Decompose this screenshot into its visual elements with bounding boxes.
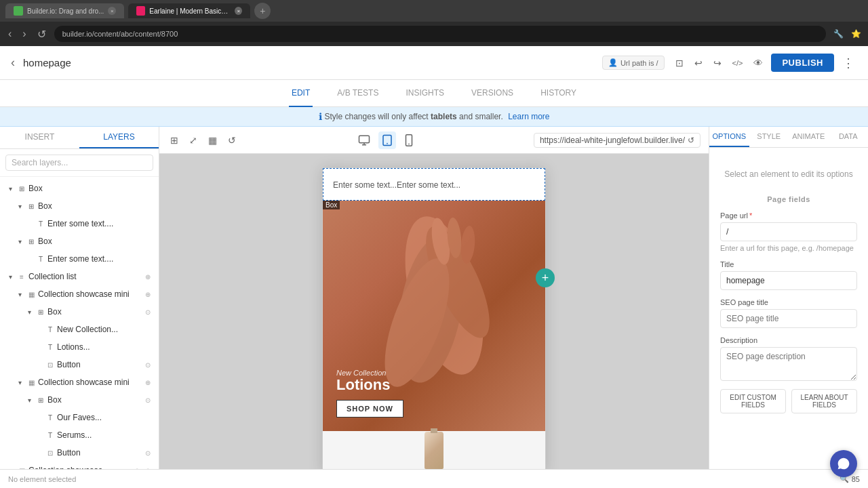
code-view-button[interactable]: </> bbox=[730, 56, 746, 70]
tab-data[interactable]: DATA bbox=[829, 127, 869, 147]
toggle-box-4[interactable]: ▾ bbox=[24, 307, 34, 317]
layer-box-4[interactable]: ▾ ⊞ Box ⊙ bbox=[0, 303, 159, 321]
edit-custom-fields-button[interactable]: EDIT CUSTOM FIELDS bbox=[720, 389, 786, 413]
showcase-grid[interactable]: ⊕ bbox=[142, 465, 153, 469]
box4-settings[interactable]: ⊙ bbox=[142, 306, 153, 317]
layer-text-4[interactable]: ▾ T Lotions... bbox=[0, 338, 159, 356]
learn-about-fields-button[interactable]: LEARN ABOUT FIELDS bbox=[791, 389, 857, 413]
tab-ab-tests[interactable]: A/B TESTS bbox=[334, 80, 381, 107]
box5-settings[interactable]: ⊙ bbox=[142, 394, 153, 405]
box-icon-4: ⊞ bbox=[35, 306, 46, 317]
mini1-settings[interactable]: ⊕ bbox=[142, 289, 153, 300]
toggle-box-5[interactable]: ▾ bbox=[24, 395, 34, 405]
layer-name-collection-mini-1: Collection showcase mini bbox=[38, 289, 142, 299]
tab-options[interactable]: OPTIONS bbox=[709, 127, 749, 147]
desktop-view-button[interactable] bbox=[355, 131, 373, 149]
browser-forward-button[interactable]: › bbox=[20, 26, 28, 41]
toggle-collection-showcase[interactable]: ▾ bbox=[5, 466, 15, 469]
browser-refresh-button[interactable]: ↺ bbox=[35, 26, 49, 42]
table-view-button[interactable]: ▦ bbox=[205, 132, 220, 148]
expand-view-button[interactable]: ⤢ bbox=[186, 132, 200, 148]
status-text: No element selected bbox=[8, 475, 76, 483]
btn1-settings[interactable]: ⊙ bbox=[142, 359, 153, 370]
layer-box-1[interactable]: ▾ ⊞ Box bbox=[0, 180, 159, 197]
back-button[interactable]: ‹ bbox=[11, 56, 15, 70]
layer-text-3[interactable]: ▾ T New Collection... bbox=[0, 321, 159, 338]
canvas-plus-button[interactable]: + bbox=[536, 268, 555, 287]
showcase-settings[interactable]: ⊙ bbox=[132, 465, 142, 469]
browser-back-button[interactable]: ‹ bbox=[5, 26, 14, 41]
header-actions: ⊡ ↩ ↪ </> 👁 PUBLISH ⋮ bbox=[673, 54, 857, 72]
layer-box-5[interactable]: ▾ ⊞ Box ⊙ bbox=[0, 391, 159, 409]
layer-box-2[interactable]: ▾ ⊞ Box bbox=[0, 197, 159, 215]
browser-ext-icon-2[interactable]: ⭐ bbox=[849, 27, 863, 41]
address-bar[interactable]: builder.io/content/abc/content/8700 bbox=[54, 26, 826, 42]
canvas-refresh-button[interactable]: ↺ bbox=[225, 132, 239, 148]
toggle-box-2[interactable]: ▾ bbox=[15, 201, 24, 211]
layer-name-btn-2: Button bbox=[57, 448, 142, 458]
tab-style[interactable]: STYLE bbox=[749, 127, 789, 147]
tab-animate[interactable]: ANIMATE bbox=[789, 127, 829, 147]
layer-box-3[interactable]: ▾ ⊞ Box bbox=[0, 232, 159, 250]
redo-button[interactable]: ↪ bbox=[711, 55, 724, 71]
tab2-close[interactable]: × bbox=[235, 7, 242, 15]
layer-btn-1[interactable]: ▾ ⊡ Button ⊙ bbox=[0, 356, 159, 373]
tab-layers[interactable]: LAYERS bbox=[79, 127, 159, 148]
layer-btn-2[interactable]: ▾ ⊡ Button ⊙ bbox=[0, 444, 159, 462]
collection-list-settings[interactable]: ⊕ bbox=[142, 271, 153, 282]
user-icon: 👤 bbox=[608, 58, 618, 67]
tab-insights[interactable]: INSIGHTS bbox=[403, 80, 447, 107]
more-options-button[interactable]: ⋮ bbox=[840, 56, 857, 70]
canvas-frame[interactable]: Enter some text...Enter some text... + B… bbox=[322, 167, 546, 469]
toggle-collection-mini-1[interactable]: ▾ bbox=[15, 289, 24, 299]
preview-button[interactable]: 👁 bbox=[751, 55, 766, 71]
bottle-top bbox=[431, 428, 437, 433]
toggle-collection-list[interactable]: ▾ bbox=[5, 272, 15, 281]
new-tab-button[interactable]: + bbox=[254, 3, 271, 19]
layer-actions-mini-1: ⊕ bbox=[142, 289, 153, 300]
toggle-box-1[interactable]: ▾ bbox=[5, 184, 15, 193]
layer-text-1[interactable]: ▾ T Enter some text.... bbox=[0, 215, 159, 232]
layer-collection-mini-2[interactable]: ▾ ▦ Collection showcase mini ⊕ bbox=[0, 373, 159, 391]
layer-text-6[interactable]: ▾ T Serums... bbox=[0, 426, 159, 444]
publish-button[interactable]: PUBLISH bbox=[771, 54, 834, 72]
showcase-icon: ▦ bbox=[16, 465, 27, 469]
tab1-close[interactable]: × bbox=[108, 7, 116, 15]
tab-versions[interactable]: VERSIONS bbox=[469, 80, 516, 107]
tablet-view-button[interactable] bbox=[378, 131, 396, 149]
info-icon: ℹ bbox=[319, 111, 322, 122]
window-icon-button[interactable]: ⊡ bbox=[673, 55, 686, 71]
mini2-settings[interactable]: ⊕ bbox=[142, 377, 153, 388]
grid-view-button[interactable]: ⊞ bbox=[167, 132, 181, 148]
app-header: ‹ homepage 👤 Url path is / ⊡ ↩ ↪ </> 👁 P… bbox=[0, 46, 868, 80]
layer-collection-list[interactable]: ▾ ≡ Collection list ⊕ bbox=[0, 268, 159, 285]
learn-more-link[interactable]: Learn more bbox=[508, 112, 549, 121]
tab-edit[interactable]: EDIT bbox=[289, 80, 313, 107]
chat-support-button[interactable] bbox=[830, 450, 857, 477]
layer-name-box-1: Box bbox=[28, 184, 153, 193]
banner-subtitle: New Collection bbox=[336, 369, 532, 377]
layer-text-2[interactable]: ▾ T Enter some text.... bbox=[0, 250, 159, 268]
layer-collection-mini-1[interactable]: ▾ ▦ Collection showcase mini ⊕ bbox=[0, 285, 159, 303]
tab-history[interactable]: HISTORY bbox=[538, 80, 579, 107]
tab-insert[interactable]: INSERT bbox=[0, 127, 79, 148]
toggle-collection-mini-2[interactable]: ▾ bbox=[15, 378, 24, 387]
page-title-input[interactable] bbox=[720, 271, 857, 290]
search-input[interactable] bbox=[5, 155, 153, 171]
toggle-box-3[interactable]: ▾ bbox=[15, 237, 24, 246]
mobile-view-button[interactable] bbox=[401, 131, 416, 149]
tab2-favicon bbox=[136, 6, 145, 16]
url-refresh-icon[interactable]: ↺ bbox=[688, 136, 694, 145]
browser-ext-icon-1[interactable]: 🔧 bbox=[831, 27, 845, 41]
box-icon-5: ⊞ bbox=[35, 394, 46, 405]
layer-collection-showcase[interactable]: ▾ ▦ Collection showcase ⊙ ⊕ bbox=[0, 462, 159, 469]
shop-now-button[interactable]: SHOP NOW bbox=[336, 400, 403, 418]
layer-text-5[interactable]: ▾ T Our Faves... bbox=[0, 409, 159, 426]
undo-button[interactable]: ↩ bbox=[692, 55, 705, 71]
seo-title-input[interactable] bbox=[720, 309, 857, 328]
btn2-settings[interactable]: ⊙ bbox=[142, 447, 153, 458]
page-url-input[interactable] bbox=[720, 222, 857, 241]
browser-tab-1[interactable]: Builder.io: Drag and dro... × bbox=[5, 3, 124, 18]
browser-tab-2[interactable]: Earlaine | Modern Basics: Ho... × bbox=[128, 3, 250, 18]
description-textarea[interactable] bbox=[720, 347, 857, 381]
